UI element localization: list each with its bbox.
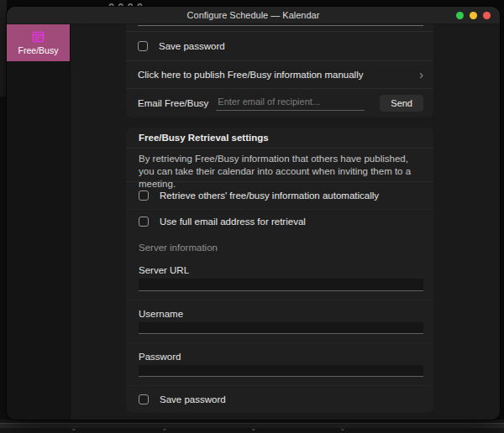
save-password-checkbox[interactable] — [138, 41, 148, 51]
full-email-label: Use full email address for retrieval — [160, 216, 306, 227]
save-password-row[interactable]: Save password — [138, 31, 423, 60]
configure-schedule-dialog: Configure Schedule — Kalendar — [7, 7, 500, 420]
divider — [126, 343, 433, 344]
background-app-top-strip: - 0000 — [0, 0, 504, 7]
username-input[interactable] — [139, 322, 423, 334]
chevron-down-icon: ⌄ — [250, 425, 257, 432]
retrieve-auto-label: Retrieve others' free/busy information a… — [160, 190, 379, 201]
save-password-label-2: Save password — [160, 394, 226, 404]
background-app-left-strip — [0, 0, 7, 420]
minimize-button[interactable] — [470, 12, 477, 19]
retrieval-settings-card: Free/Busy Retrieval settings By retrievi… — [126, 128, 433, 413]
email-free-busy-input[interactable] — [216, 95, 365, 111]
retrieval-settings-title: Free/Busy Retrieval settings — [139, 128, 423, 148]
background-table-header-strip: ⌄ ⌄ ⌄ ⌄ — [0, 423, 504, 428]
full-email-checkbox[interactable] — [139, 216, 149, 227]
desktop-background: - 0000 ⌄ ⌄ ⌄ ⌄ Configure Schedule — Kale… — [0, 0, 504, 433]
sidebar-item-free-busy[interactable]: Free/Busy — [7, 24, 70, 61]
retrieve-auto-checkbox[interactable] — [139, 190, 149, 201]
email-free-busy-label: Email Free/Busy — [138, 98, 208, 108]
publish-manually-row[interactable]: Click here to publish Free/Busy informat… — [138, 60, 423, 88]
save-password-checkbox-2[interactable] — [139, 394, 149, 404]
publish-manually-label: Click here to publish Free/Busy informat… — [138, 70, 363, 80]
calendar-icon — [32, 30, 45, 43]
server-information-label: Server information — [139, 243, 218, 253]
send-button[interactable]: Send — [380, 95, 423, 112]
close-button[interactable] — [483, 12, 491, 19]
settings-content: Save password Click here to publish Free… — [71, 24, 500, 420]
clipped-input-field[interactable] — [138, 24, 423, 26]
divider — [126, 300, 433, 300]
background-app-left-strip-highlight — [0, 0, 7, 97]
chevron-down-icon: ⌄ — [339, 425, 346, 432]
settings-sidebar: Free/Busy — [7, 24, 71, 420]
full-email-row[interactable]: Use full email address for retrieval — [139, 209, 423, 234]
retrieve-auto-row[interactable]: Retrieve others' free/busy information a… — [139, 181, 423, 209]
chevron-down-icon: ⌄ — [161, 425, 168, 432]
server-url-label: Server URL — [139, 265, 189, 275]
password-label: Password — [139, 352, 181, 362]
window-controls — [456, 7, 491, 23]
window-title: Configure Schedule — Kalendar — [187, 10, 320, 20]
zoom-button[interactable] — [456, 12, 464, 19]
background-app-bottom-strip: ⌄ ⌄ ⌄ ⌄ — [0, 420, 504, 433]
save-password-row-2[interactable]: Save password — [139, 385, 423, 413]
publish-settings-card: Save password Click here to publish Free… — [126, 24, 433, 117]
chevron-down-icon: ⌄ — [71, 425, 77, 432]
sidebar-item-label: Free/Busy — [18, 45, 59, 55]
email-free-busy-row: Email Free/Busy Send — [138, 88, 423, 117]
titlebar[interactable]: Configure Schedule — Kalendar — [7, 7, 500, 24]
save-password-label: Save password — [159, 41, 225, 51]
username-label: Username — [139, 309, 183, 319]
divider — [126, 148, 433, 149]
chevron-right-icon: › — [419, 69, 423, 81]
password-input[interactable] — [139, 365, 423, 377]
server-information-row: Server information — [139, 234, 423, 260]
server-url-input[interactable] — [139, 279, 423, 291]
